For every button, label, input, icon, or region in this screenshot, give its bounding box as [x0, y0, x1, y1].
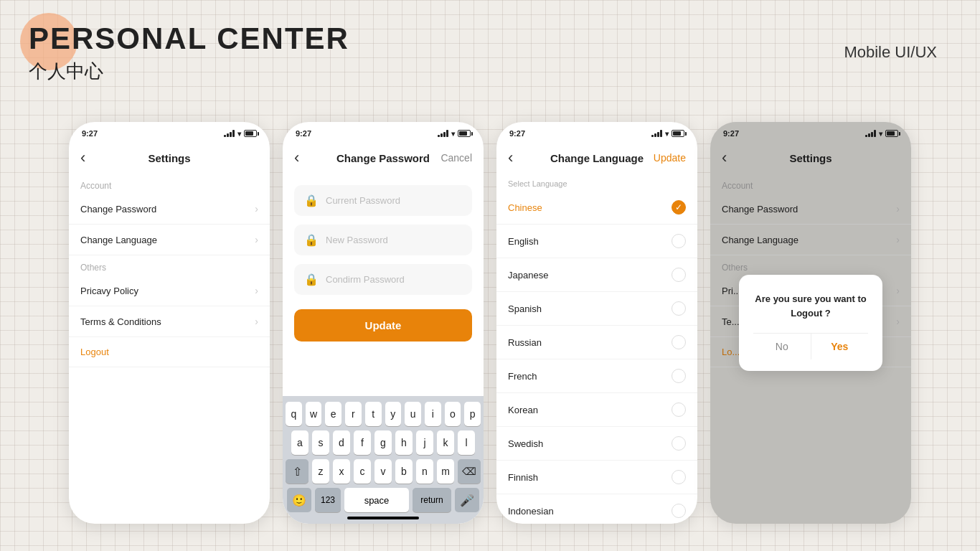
new-password-placeholder: New Password — [326, 235, 388, 245]
language-item-japanese[interactable]: Japanese — [496, 258, 697, 292]
chevron-icon: › — [255, 234, 258, 245]
dialog-buttons: No Yes — [753, 333, 868, 359]
radio-chinese — [672, 200, 686, 215]
key-x[interactable]: x — [333, 459, 350, 484]
wifi-icon-2: ▾ — [451, 130, 455, 138]
dialog-yes-button[interactable]: Yes — [811, 334, 869, 359]
key-r[interactable]: r — [345, 402, 362, 426]
key-n[interactable]: n — [416, 459, 433, 484]
page-header: PERSONAL CENTER 个人中心 — [29, 22, 349, 84]
battery-icon-1 — [244, 130, 257, 137]
language-item-french[interactable]: French — [496, 359, 697, 393]
language-name: Russian — [508, 337, 542, 348]
key-d[interactable]: d — [333, 430, 350, 455]
lock-icon-1: 🔒 — [304, 194, 319, 207]
key-g[interactable]: g — [374, 430, 392, 455]
time-1: 9:27 — [82, 129, 98, 138]
radio-french — [672, 369, 686, 383]
status-icons-2: ▾ — [438, 130, 471, 138]
language-name: Korean — [508, 405, 538, 415]
key-w[interactable]: w — [306, 402, 322, 426]
cancel-button[interactable]: Cancel — [440, 152, 472, 164]
back-button-3[interactable]: ‹ — [508, 149, 513, 167]
key-v[interactable]: v — [374, 459, 392, 484]
keyboard: q w e r t y u i o p a s d f g h j k l — [283, 396, 484, 524]
language-name: Spanish — [508, 303, 542, 314]
num-key[interactable]: 123 — [315, 488, 341, 512]
language-item-russian[interactable]: Russian — [496, 326, 697, 359]
nav-title-2: Change Password — [336, 152, 430, 164]
shift-key[interactable]: ⇧ — [286, 459, 308, 484]
key-u[interactable]: u — [405, 402, 421, 426]
key-k[interactable]: k — [437, 430, 454, 455]
battery-icon-2 — [458, 130, 471, 137]
key-j[interactable]: j — [416, 430, 433, 455]
wifi-icon-1: ▾ — [237, 130, 241, 138]
chevron-icon: › — [255, 203, 258, 215]
language-name: English — [508, 236, 539, 247]
phone-settings-dialog: 9:27 ▾ ‹ Settings Account Change Passwor… — [710, 122, 911, 524]
language-item-swedish[interactable]: Swedish — [496, 427, 697, 461]
radio-spanish — [672, 301, 686, 316]
language-list: ChineseEnglishJapaneseSpanishRussianFren… — [496, 191, 697, 524]
status-icons-1: ▾ — [224, 130, 257, 138]
key-o[interactable]: o — [445, 402, 461, 426]
time-2: 9:27 — [296, 129, 311, 138]
settings-item-terms[interactable]: Terms & Conditions › — [69, 306, 270, 337]
language-section-label: Select Language — [496, 174, 697, 191]
key-f[interactable]: f — [354, 430, 371, 455]
settings-item-privacy[interactable]: Pricavy Policy › — [69, 276, 270, 306]
key-t[interactable]: t — [365, 402, 382, 426]
update-language-button[interactable]: Update — [654, 152, 686, 164]
language-item-spanish[interactable]: Spanish — [496, 292, 697, 326]
radio-indonesian — [672, 504, 686, 518]
language-item-korean[interactable]: Korean — [496, 393, 697, 427]
key-a[interactable]: a — [291, 430, 308, 455]
language-item-english[interactable]: English — [496, 225, 697, 258]
key-e[interactable]: e — [325, 402, 341, 426]
emoji-key[interactable]: 🙂 — [287, 488, 311, 512]
language-name: Japanese — [508, 270, 548, 281]
status-bar-3: 9:27 ▾ — [496, 122, 697, 142]
update-password-button[interactable]: Update — [294, 309, 472, 342]
settings-item-change-password[interactable]: Change Password › — [69, 194, 270, 225]
section-account-label: Account — [69, 174, 270, 194]
wifi-icon-3: ▾ — [665, 130, 669, 138]
key-b[interactable]: b — [395, 459, 413, 484]
key-m[interactable]: m — [437, 459, 454, 484]
radio-japanese — [672, 268, 686, 282]
keyboard-row-1: q w e r t y u i o p — [286, 402, 481, 426]
settings-item-logout[interactable]: Logout — [69, 337, 270, 367]
key-p[interactable]: p — [464, 402, 481, 426]
key-h[interactable]: h — [395, 430, 413, 455]
key-s[interactable]: s — [312, 430, 329, 455]
mic-key[interactable]: 🎤 — [455, 488, 479, 512]
phones-container: 9:27 ▾ ‹ Settings Account Change Passwor… — [29, 122, 951, 524]
new-password-field[interactable]: 🔒 New Password — [294, 225, 472, 255]
key-l[interactable]: l — [458, 430, 475, 455]
language-item-indonesian[interactable]: Indonesian — [496, 494, 697, 524]
dialog-title: Are you sure you want to Logout ? — [753, 292, 868, 320]
dialog-no-button[interactable]: No — [753, 334, 811, 359]
back-button-2[interactable]: ‹ — [294, 149, 299, 167]
key-q[interactable]: q — [286, 402, 302, 426]
language-name: Swedish — [508, 438, 543, 449]
nav-bar-2: ‹ Change Password Cancel — [283, 142, 484, 174]
key-c[interactable]: c — [354, 459, 371, 484]
settings-item-change-language[interactable]: Change Language › — [69, 225, 270, 255]
page-title-en: PERSONAL CENTER — [29, 22, 349, 56]
delete-key[interactable]: ⌫ — [458, 459, 481, 484]
language-item-finnish[interactable]: Finnish — [496, 461, 697, 494]
current-password-field[interactable]: 🔒 Current Password — [294, 185, 472, 216]
return-key[interactable]: return — [413, 488, 451, 512]
key-z[interactable]: z — [312, 459, 329, 484]
back-button-1[interactable]: ‹ — [80, 149, 85, 167]
key-i[interactable]: i — [425, 402, 441, 426]
confirm-password-field[interactable]: 🔒 Condirm Password — [294, 264, 472, 295]
radio-korean — [672, 402, 686, 417]
dialog-overlay: Are you sure you want to Logout ? No Yes — [710, 122, 911, 524]
language-item-chinese[interactable]: Chinese — [496, 191, 697, 225]
nav-bar-3: ‹ Change Language Update — [496, 142, 697, 174]
space-key[interactable]: space — [344, 488, 409, 512]
key-y[interactable]: y — [385, 402, 402, 426]
